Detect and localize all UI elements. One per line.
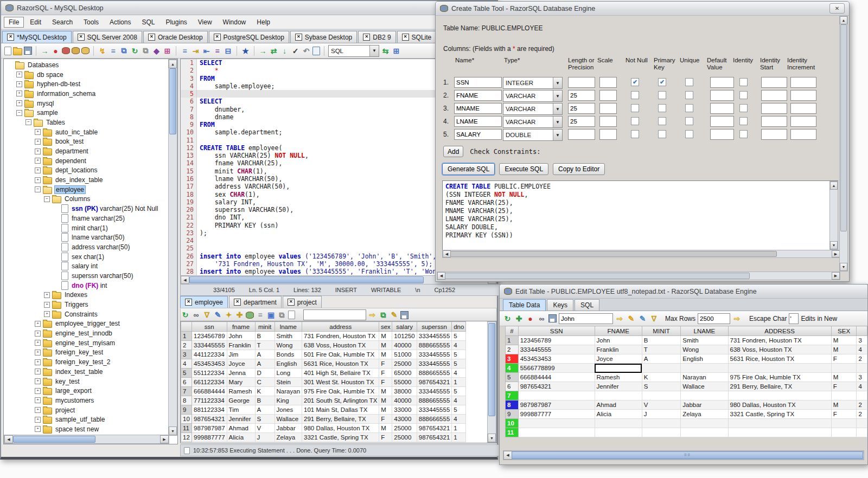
- editor-hscroll-thumb[interactable]: [189, 276, 424, 283]
- result-tab-project[interactable]: ✕project: [283, 296, 322, 308]
- identity-increment-input[interactable]: [790, 129, 816, 140]
- tree-item[interactable]: +information_schema: [5, 89, 168, 99]
- grid-cell[interactable]: 2: [857, 410, 867, 419]
- grid-cell[interactable]: 4: [857, 345, 867, 354]
- column-header[interactable]: salary: [392, 322, 417, 332]
- grid-cell[interactable]: A: [255, 359, 275, 369]
- column-header[interactable]: LNAME: [681, 326, 728, 336]
- grid-cell[interactable]: John: [227, 332, 255, 341]
- menu-sql[interactable]: SQL: [137, 17, 159, 28]
- close-icon[interactable]: ✕: [234, 299, 241, 306]
- filter-icon[interactable]: ∇: [202, 311, 212, 320]
- grid-cell[interactable]: T: [255, 341, 275, 350]
- grid-cell[interactable]: 3321 Castle, Spring TX: [728, 410, 831, 419]
- row-count-icon[interactable]: ⊞: [163, 46, 172, 55]
- grid-cell[interactable]: 333445555: [192, 341, 227, 350]
- row-number[interactable]: 6: [506, 382, 519, 391]
- connection-tab--mysql-desktop[interactable]: ✕*MySQL Desktop: [2, 31, 72, 43]
- tree-item[interactable]: +ssn (PK) varchar(25) Not Null: [5, 204, 168, 214]
- close-icon[interactable]: ✕: [185, 299, 192, 306]
- row-number[interactable]: 11: [506, 428, 519, 437]
- default-value-input[interactable]: [710, 116, 734, 127]
- tree-horizontal-scrollbar[interactable]: ◀ ▶: [4, 435, 169, 444]
- tree-item[interactable]: +employee_trigger_test: [5, 319, 168, 329]
- tree-item[interactable]: −Tables: [5, 118, 168, 127]
- tree-item[interactable]: +Indexes: [5, 290, 168, 300]
- tree-item[interactable]: +address varchar(50): [5, 242, 168, 252]
- grid-cell[interactable]: [728, 364, 831, 373]
- grid-cell[interactable]: T: [642, 345, 680, 354]
- tree-item[interactable]: +dno (FK) int: [5, 281, 168, 290]
- view-icon[interactable]: ∞: [537, 314, 546, 323]
- grid-cell[interactable]: Franklin: [227, 341, 255, 350]
- edit-horizontal-scrollbar[interactable]: ◀ ⠿⠿: [503, 450, 864, 460]
- grid-cell[interactable]: Jones: [275, 405, 302, 415]
- format-indent-icon[interactable]: ⇥: [191, 46, 200, 55]
- close-icon[interactable]: ✕: [288, 299, 295, 306]
- sql-mode-select[interactable]: SQL▼: [328, 45, 379, 57]
- expand-icon[interactable]: +: [35, 378, 41, 384]
- grid-cell[interactable]: [681, 364, 728, 373]
- grid-cell[interactable]: F: [831, 382, 857, 391]
- tree-item[interactable]: +index_test_table: [5, 367, 168, 377]
- identity-start-input[interactable]: [761, 129, 787, 140]
- not-null-checkbox[interactable]: [631, 91, 639, 99]
- grid-cell[interactable]: [728, 419, 831, 428]
- tree-item[interactable]: +des_index_table: [5, 175, 168, 185]
- grid-cell[interactable]: F: [379, 415, 392, 424]
- tree-item[interactable]: +db space: [5, 70, 168, 80]
- go-icon[interactable]: ⇨: [732, 314, 742, 323]
- column-header[interactable]: lname: [275, 322, 302, 332]
- main-titlebar[interactable]: RazorSQL - MySQL Desktop: [1, 1, 497, 15]
- grid-cell[interactable]: M: [379, 350, 392, 359]
- tree-item[interactable]: −sample: [5, 108, 168, 118]
- grid-cell[interactable]: F: [379, 378, 392, 387]
- grid-cell[interactable]: 333445555: [417, 405, 452, 415]
- grid-cell[interactable]: M: [831, 401, 857, 410]
- scroll-up-arrow[interactable]: ▲: [169, 60, 177, 68]
- tree-item[interactable]: +department: [5, 146, 168, 156]
- grid-cell[interactable]: 980 Dallas, Houston TX: [302, 424, 379, 433]
- import-table-icon[interactable]: →: [40, 46, 49, 55]
- open-file-icon[interactable]: [13, 48, 22, 55]
- unique-checkbox[interactable]: [685, 104, 693, 112]
- grid-cell[interactable]: 881122334: [192, 405, 227, 415]
- menu-actions[interactable]: Actions: [105, 17, 136, 28]
- unique-checkbox[interactable]: [685, 117, 693, 125]
- row-number[interactable]: 5: [181, 369, 192, 378]
- grid-cell[interactable]: D: [255, 369, 275, 378]
- grid-cell[interactable]: [681, 428, 728, 437]
- grid-cell[interactable]: 5: [452, 405, 466, 415]
- grid-cell[interactable]: Alicia: [227, 433, 255, 442]
- connection-tab-sybase-desktop[interactable]: ✕Sybase Desktop: [290, 31, 357, 43]
- row-number[interactable]: 8: [181, 396, 192, 405]
- grid-cell[interactable]: 5631 Rice, Houston TX: [728, 354, 831, 364]
- grid-cell[interactable]: 51000: [392, 350, 417, 359]
- grid-cell[interactable]: Alicia: [595, 410, 642, 419]
- expand-icon[interactable]: +: [35, 369, 41, 374]
- close-icon[interactable]: ✕: [78, 34, 85, 41]
- grid-cell[interactable]: 888665555: [417, 341, 452, 350]
- grid-cell[interactable]: 4: [452, 415, 466, 424]
- column-header[interactable]: ssn: [192, 322, 227, 332]
- grid-cell[interactable]: S: [642, 382, 680, 391]
- expand-icon[interactable]: +: [16, 81, 22, 87]
- grid-cell[interactable]: F: [831, 410, 857, 419]
- not-null-checkbox[interactable]: [631, 130, 639, 138]
- expand-icon[interactable]: +: [35, 148, 41, 154]
- grid-cell[interactable]: Ramesh: [227, 387, 255, 396]
- grid-cell[interactable]: [518, 391, 595, 401]
- scale-input[interactable]: [599, 77, 617, 88]
- delete-row-icon[interactable]: ●: [526, 314, 535, 323]
- grid-cell[interactable]: 101250: [392, 332, 417, 341]
- refresh-icon[interactable]: ↻: [181, 311, 190, 320]
- tree-item[interactable]: +fname varchar(25): [5, 214, 168, 223]
- results-vertical-scrollbar[interactable]: ▼: [487, 321, 496, 443]
- tree-item[interactable]: +project: [5, 405, 168, 415]
- grid-cell[interactable]: 1: [452, 378, 466, 387]
- dialog-vertical-scrollbar[interactable]: ▲ ▼: [839, 16, 848, 272]
- column-type-select[interactable]: VARCHAR▼: [503, 103, 563, 115]
- identity-checkbox[interactable]: [739, 104, 748, 112]
- download-icon[interactable]: ↓: [280, 46, 289, 55]
- grid-cell[interactable]: Ahmad: [595, 401, 642, 410]
